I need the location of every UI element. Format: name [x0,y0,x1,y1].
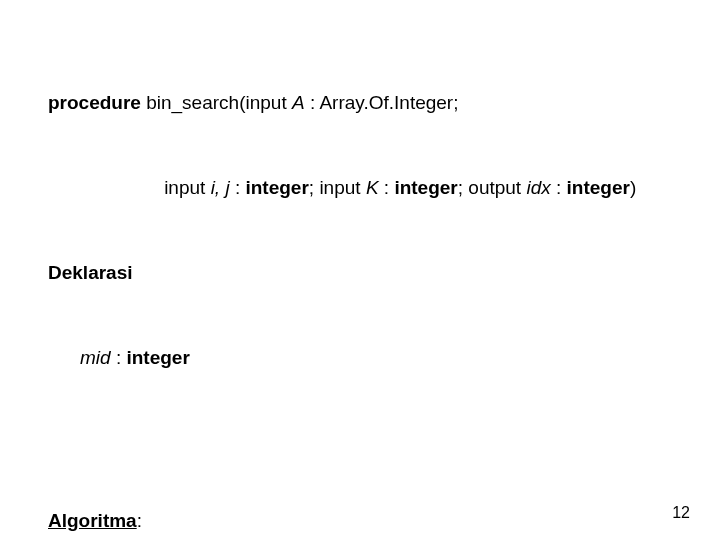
algoritma-label: Algoritma: [48,510,696,531]
proc-line-1: procedure bin_search(input A : Array.Of.… [48,92,696,113]
spacer [48,432,696,446]
kw-procedure: procedure [48,92,141,113]
page-number: 12 [672,504,690,522]
slide: procedure bin_search(input A : Array.Of.… [0,0,720,540]
code-block: procedure bin_search(input A : Array.Of.… [48,28,696,540]
proc-line-2: input i, j : integer; input K : integer;… [48,177,696,198]
deklarasi-label: Deklarasi [48,262,696,283]
decl-mid: mid : integer [48,347,696,368]
